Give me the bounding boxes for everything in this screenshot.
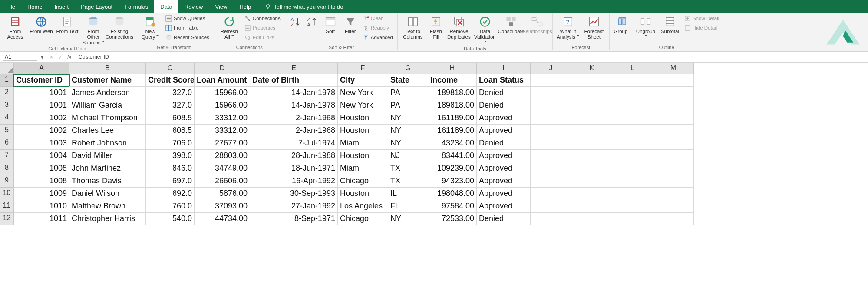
data-cell[interactable]: 28-Jun-1988 bbox=[250, 150, 338, 162]
column-header[interactable]: A bbox=[14, 63, 69, 74]
data-cell[interactable] bbox=[531, 112, 571, 125]
data-cell[interactable]: 161189.00 bbox=[428, 125, 477, 137]
data-cell[interactable] bbox=[531, 99, 571, 112]
clear-button[interactable]: Clear bbox=[362, 14, 394, 23]
data-cell[interactable] bbox=[653, 188, 694, 200]
data-cell[interactable] bbox=[653, 137, 694, 150]
column-header[interactable]: H bbox=[428, 63, 477, 74]
column-header[interactable]: J bbox=[531, 63, 571, 74]
data-cell[interactable]: 16-Apr-1992 bbox=[250, 175, 338, 188]
data-cell[interactable]: 1002 bbox=[14, 112, 69, 125]
data-cell[interactable]: TX bbox=[388, 175, 428, 188]
header-cell[interactable]: Loan Amount bbox=[195, 74, 250, 87]
data-cell[interactable]: 161189.00 bbox=[428, 112, 477, 125]
data-cell[interactable]: Christopher Harris bbox=[69, 213, 146, 225]
row-header[interactable]: 7 bbox=[0, 150, 14, 162]
data-cell[interactable]: 1001 bbox=[14, 87, 69, 99]
data-cell[interactable]: NY bbox=[388, 137, 428, 150]
refresh-all-button[interactable]: Refresh All bbox=[218, 14, 241, 40]
menu-tab-page-layout[interactable]: Page Layout bbox=[75, 0, 119, 13]
data-cell[interactable] bbox=[612, 99, 653, 112]
data-cell[interactable]: Chicago bbox=[338, 175, 388, 188]
data-cell[interactable]: 1003 bbox=[14, 137, 69, 150]
data-cell[interactable]: John Martinez bbox=[69, 162, 146, 175]
data-cell[interactable]: 2-Jan-1968 bbox=[250, 125, 338, 137]
data-cell[interactable]: 27677.00 bbox=[195, 137, 250, 150]
sort-button[interactable]: Sort bbox=[322, 14, 339, 34]
column-header[interactable]: K bbox=[571, 63, 612, 74]
data-cell[interactable]: 33312.00 bbox=[195, 112, 250, 125]
data-cell[interactable]: NY bbox=[388, 213, 428, 225]
data-cell[interactable]: 14-Jan-1978 bbox=[250, 99, 338, 112]
data-cell[interactable]: 15966.00 bbox=[195, 99, 250, 112]
row-header[interactable]: 10 bbox=[0, 188, 14, 200]
data-cell[interactable] bbox=[653, 112, 694, 125]
header-cell[interactable]: State bbox=[388, 74, 428, 87]
recent-sources-button[interactable]: Recent Sources bbox=[165, 33, 210, 42]
properties-button[interactable]: Properties bbox=[244, 23, 281, 32]
from-table-button[interactable]: From Table bbox=[165, 23, 210, 32]
select-all-corner[interactable] bbox=[0, 63, 14, 74]
data-cell[interactable] bbox=[571, 162, 612, 175]
row-header[interactable]: 1 bbox=[0, 74, 14, 87]
relationships-button[interactable]: Relationships bbox=[525, 14, 549, 34]
data-cell[interactable]: William Garcia bbox=[69, 99, 146, 112]
data-cell[interactable]: Thomas Davis bbox=[69, 175, 146, 188]
row-header[interactable]: 4 bbox=[0, 112, 14, 125]
data-cell[interactable]: 28803.00 bbox=[195, 150, 250, 162]
row-header[interactable]: 5 bbox=[0, 125, 14, 137]
from-other-sources-button[interactable]: From Other Sources bbox=[82, 14, 105, 46]
header-cell[interactable] bbox=[571, 74, 612, 87]
column-header[interactable]: C bbox=[146, 63, 195, 74]
formula-input[interactable] bbox=[75, 53, 868, 60]
data-cell[interactable]: 540.0 bbox=[146, 213, 195, 225]
data-cell[interactable]: 14-Jan-1978 bbox=[250, 87, 338, 99]
data-cell[interactable]: 26606.00 bbox=[195, 175, 250, 188]
row-header[interactable]: 2 bbox=[0, 87, 14, 99]
show-detail-button[interactable]: Show Detail bbox=[683, 14, 720, 23]
data-cell[interactable]: Denied bbox=[477, 99, 531, 112]
data-cell[interactable]: 608.5 bbox=[146, 112, 195, 125]
header-cell[interactable] bbox=[612, 74, 653, 87]
data-cell[interactable]: Approved bbox=[477, 112, 531, 125]
data-cell[interactable]: Los Angeles bbox=[338, 200, 388, 213]
data-cell[interactable]: Michael Thompson bbox=[69, 112, 146, 125]
data-cell[interactable]: 1008 bbox=[14, 175, 69, 188]
data-cell[interactable]: Approved bbox=[477, 200, 531, 213]
data-cell[interactable]: 72533.00 bbox=[428, 213, 477, 225]
row-header[interactable]: 9 bbox=[0, 175, 14, 188]
subtotal-button[interactable]: Subtotal bbox=[659, 14, 681, 34]
forecast-sheet-button[interactable]: Forecast Sheet bbox=[582, 14, 606, 40]
group-button[interactable]: Group bbox=[613, 14, 632, 34]
data-cell[interactable] bbox=[653, 213, 694, 225]
sort-za-button[interactable]: ZA bbox=[305, 14, 319, 28]
data-cell[interactable] bbox=[653, 162, 694, 175]
data-cell[interactable]: 97584.00 bbox=[428, 200, 477, 213]
column-header[interactable]: G bbox=[388, 63, 428, 74]
header-cell[interactable] bbox=[653, 74, 694, 87]
edit-links-button[interactable]: Edit Links bbox=[244, 33, 281, 42]
data-cell[interactable]: PA bbox=[388, 99, 428, 112]
data-cell[interactable]: NJ bbox=[388, 150, 428, 162]
data-cell[interactable]: Miami bbox=[338, 137, 388, 150]
data-cell[interactable]: 37093.00 bbox=[195, 200, 250, 213]
advanced-button[interactable]: Advanced bbox=[362, 33, 394, 42]
data-cell[interactable]: 1002 bbox=[14, 125, 69, 137]
text-to-columns-button[interactable]: Text to Columns bbox=[401, 14, 425, 40]
data-cell[interactable]: TX bbox=[388, 162, 428, 175]
data-cell[interactable] bbox=[612, 87, 653, 99]
row-header[interactable]: 8 bbox=[0, 162, 14, 175]
data-cell[interactable] bbox=[571, 188, 612, 200]
worksheet-grid[interactable]: ABCDEFGHIJKLM1Customer IDCustomer NameCr… bbox=[0, 63, 868, 225]
data-cell[interactable]: 109239.00 bbox=[428, 162, 477, 175]
new-query-button[interactable]: New Query bbox=[139, 14, 162, 40]
data-cell[interactable] bbox=[653, 125, 694, 137]
data-cell[interactable]: Approved bbox=[477, 125, 531, 137]
data-cell[interactable]: 398.0 bbox=[146, 150, 195, 162]
column-header[interactable]: E bbox=[250, 63, 338, 74]
data-cell[interactable]: 327.0 bbox=[146, 99, 195, 112]
data-cell[interactable] bbox=[531, 162, 571, 175]
consolidate-button[interactable]: Consolidate bbox=[499, 14, 523, 34]
data-validation-button[interactable]: Data Validation bbox=[473, 14, 497, 46]
data-cell[interactable]: Approved bbox=[477, 150, 531, 162]
